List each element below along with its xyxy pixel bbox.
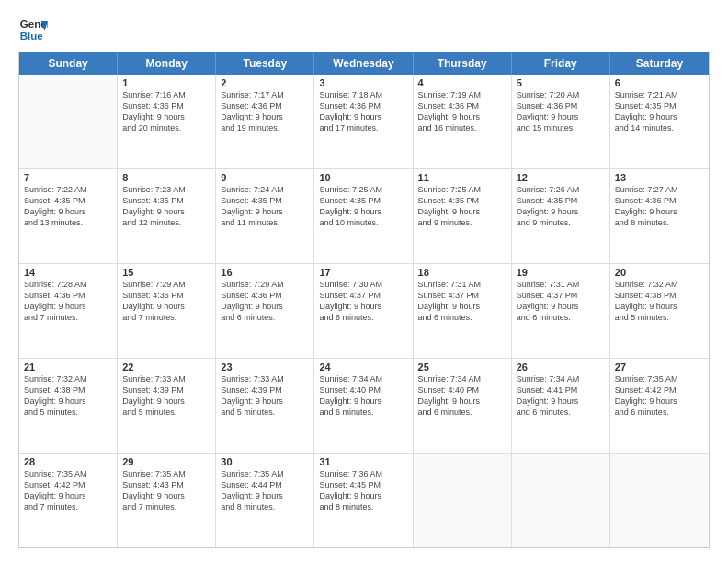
day-number: 20	[615, 267, 704, 278]
calendar-row: 7Sunrise: 7:22 AM Sunset: 4:35 PM Daylig…	[19, 169, 709, 264]
calendar-cell: 10Sunrise: 7:25 AM Sunset: 4:35 PM Dayli…	[314, 169, 413, 263]
day-number: 21	[24, 362, 112, 373]
calendar-cell: 13Sunrise: 7:27 AM Sunset: 4:36 PM Dayli…	[610, 169, 709, 263]
day-number: 22	[122, 362, 210, 373]
calendar: SundayMondayTuesdayWednesdayThursdayFrid…	[18, 52, 710, 548]
day-number: 27	[615, 362, 704, 373]
calendar-cell: 21Sunrise: 7:32 AM Sunset: 4:38 PM Dayli…	[19, 359, 118, 453]
day-number: 1	[122, 77, 210, 88]
day-info: Sunrise: 7:27 AM Sunset: 4:36 PM Dayligh…	[615, 184, 704, 229]
day-info: Sunrise: 7:34 AM Sunset: 4:40 PM Dayligh…	[418, 373, 506, 419]
calendar-cell: 1Sunrise: 7:16 AM Sunset: 4:36 PM Daylig…	[118, 75, 216, 168]
calendar-cell: 12Sunrise: 7:26 AM Sunset: 4:35 PM Dayli…	[512, 169, 610, 263]
day-info: Sunrise: 7:30 AM Sunset: 4:37 PM Dayligh…	[319, 279, 407, 324]
weekday-header: Monday	[118, 52, 216, 75]
day-info: Sunrise: 7:16 AM Sunset: 4:36 PM Dayligh…	[122, 89, 210, 134]
day-info: Sunrise: 7:25 AM Sunset: 4:35 PM Dayligh…	[418, 184, 506, 229]
calendar-cell: 15Sunrise: 7:29 AM Sunset: 4:36 PM Dayli…	[118, 264, 216, 358]
day-number: 16	[221, 267, 309, 278]
day-number: 19	[517, 267, 605, 278]
calendar-cell: 17Sunrise: 7:30 AM Sunset: 4:37 PM Dayli…	[314, 264, 413, 358]
day-info: Sunrise: 7:22 AM Sunset: 4:35 PM Dayligh…	[24, 184, 112, 229]
calendar-cell: 6Sunrise: 7:21 AM Sunset: 4:35 PM Daylig…	[610, 75, 709, 168]
day-info: Sunrise: 7:26 AM Sunset: 4:35 PM Dayligh…	[517, 184, 605, 229]
day-number: 31	[319, 456, 407, 467]
weekday-header: Friday	[512, 52, 610, 75]
weekday-header: Wednesday	[314, 52, 413, 75]
day-number: 5	[517, 77, 605, 88]
calendar-cell: 19Sunrise: 7:31 AM Sunset: 4:37 PM Dayli…	[512, 264, 610, 358]
weekday-header: Thursday	[414, 52, 512, 75]
calendar-cell	[19, 75, 118, 168]
calendar-row: 28Sunrise: 7:35 AM Sunset: 4:42 PM Dayli…	[19, 454, 709, 547]
calendar-cell	[414, 454, 512, 547]
weekday-header: Saturday	[610, 52, 709, 75]
day-info: Sunrise: 7:31 AM Sunset: 4:37 PM Dayligh…	[418, 279, 506, 324]
day-info: Sunrise: 7:32 AM Sunset: 4:38 PM Dayligh…	[615, 279, 704, 324]
calendar-header: SundayMondayTuesdayWednesdayThursdayFrid…	[19, 52, 709, 75]
day-info: Sunrise: 7:34 AM Sunset: 4:41 PM Dayligh…	[517, 373, 605, 419]
calendar-cell: 16Sunrise: 7:29 AM Sunset: 4:36 PM Dayli…	[216, 264, 314, 358]
calendar-body: 1Sunrise: 7:16 AM Sunset: 4:36 PM Daylig…	[19, 75, 709, 547]
day-number: 26	[517, 362, 605, 373]
day-number: 8	[122, 172, 210, 183]
day-info: Sunrise: 7:36 AM Sunset: 4:45 PM Dayligh…	[319, 468, 407, 513]
calendar-cell: 8Sunrise: 7:23 AM Sunset: 4:35 PM Daylig…	[118, 169, 216, 263]
day-info: Sunrise: 7:35 AM Sunset: 4:42 PM Dayligh…	[24, 468, 112, 513]
day-number: 10	[319, 172, 407, 183]
day-info: Sunrise: 7:17 AM Sunset: 4:36 PM Dayligh…	[221, 89, 309, 134]
day-info: Sunrise: 7:35 AM Sunset: 4:43 PM Dayligh…	[122, 468, 210, 513]
day-number: 15	[122, 267, 210, 278]
calendar-cell: 27Sunrise: 7:35 AM Sunset: 4:42 PM Dayli…	[610, 359, 709, 453]
day-number: 25	[418, 362, 506, 373]
day-number: 12	[517, 172, 605, 183]
day-number: 6	[615, 77, 704, 88]
day-info: Sunrise: 7:20 AM Sunset: 4:36 PM Dayligh…	[517, 89, 605, 134]
day-info: Sunrise: 7:25 AM Sunset: 4:35 PM Dayligh…	[319, 184, 407, 229]
day-info: Sunrise: 7:33 AM Sunset: 4:39 PM Dayligh…	[122, 373, 210, 419]
day-number: 14	[24, 267, 112, 278]
day-info: Sunrise: 7:21 AM Sunset: 4:35 PM Dayligh…	[615, 89, 704, 134]
day-number: 7	[24, 172, 112, 183]
day-number: 30	[221, 456, 309, 467]
day-info: Sunrise: 7:34 AM Sunset: 4:40 PM Dayligh…	[319, 373, 407, 419]
day-info: Sunrise: 7:33 AM Sunset: 4:39 PM Dayligh…	[221, 373, 309, 419]
calendar-cell: 11Sunrise: 7:25 AM Sunset: 4:35 PM Dayli…	[414, 169, 512, 263]
calendar-cell: 23Sunrise: 7:33 AM Sunset: 4:39 PM Dayli…	[216, 359, 314, 453]
day-info: Sunrise: 7:35 AM Sunset: 4:44 PM Dayligh…	[221, 468, 309, 513]
day-info: Sunrise: 7:18 AM Sunset: 4:36 PM Dayligh…	[319, 89, 407, 134]
day-number: 17	[319, 267, 407, 278]
day-info: Sunrise: 7:32 AM Sunset: 4:38 PM Dayligh…	[24, 373, 112, 419]
calendar-cell: 28Sunrise: 7:35 AM Sunset: 4:42 PM Dayli…	[19, 454, 118, 547]
day-info: Sunrise: 7:28 AM Sunset: 4:36 PM Dayligh…	[24, 279, 112, 324]
calendar-cell: 2Sunrise: 7:17 AM Sunset: 4:36 PM Daylig…	[216, 75, 314, 168]
calendar-row: 21Sunrise: 7:32 AM Sunset: 4:38 PM Dayli…	[19, 359, 709, 454]
day-number: 3	[319, 77, 407, 88]
day-info: Sunrise: 7:24 AM Sunset: 4:35 PM Dayligh…	[221, 184, 309, 229]
day-info: Sunrise: 7:31 AM Sunset: 4:37 PM Dayligh…	[517, 279, 605, 324]
calendar-cell: 4Sunrise: 7:19 AM Sunset: 4:36 PM Daylig…	[414, 75, 512, 168]
page: General Blue SundayMondayTuesdayWednesda…	[0, 0, 728, 563]
day-number: 2	[221, 77, 309, 88]
day-number: 13	[615, 172, 704, 183]
calendar-cell: 20Sunrise: 7:32 AM Sunset: 4:38 PM Dayli…	[610, 264, 709, 358]
day-number: 23	[221, 362, 309, 373]
day-info: Sunrise: 7:35 AM Sunset: 4:42 PM Dayligh…	[615, 373, 704, 419]
calendar-cell: 14Sunrise: 7:28 AM Sunset: 4:36 PM Dayli…	[19, 264, 118, 358]
day-info: Sunrise: 7:23 AM Sunset: 4:35 PM Dayligh…	[122, 184, 210, 229]
calendar-cell: 5Sunrise: 7:20 AM Sunset: 4:36 PM Daylig…	[512, 75, 610, 168]
weekday-header: Tuesday	[216, 52, 314, 75]
calendar-cell: 24Sunrise: 7:34 AM Sunset: 4:40 PM Dayli…	[314, 359, 413, 453]
calendar-cell	[610, 454, 709, 547]
weekday-header: Sunday	[19, 52, 118, 75]
calendar-cell: 18Sunrise: 7:31 AM Sunset: 4:37 PM Dayli…	[414, 264, 512, 358]
day-number: 28	[24, 456, 112, 467]
header: General Blue	[18, 15, 710, 44]
calendar-cell: 3Sunrise: 7:18 AM Sunset: 4:36 PM Daylig…	[314, 75, 413, 168]
calendar-cell	[512, 454, 610, 547]
day-number: 4	[418, 77, 506, 88]
calendar-cell: 22Sunrise: 7:33 AM Sunset: 4:39 PM Dayli…	[118, 359, 216, 453]
day-number: 11	[418, 172, 506, 183]
day-number: 9	[221, 172, 309, 183]
calendar-cell: 9Sunrise: 7:24 AM Sunset: 4:35 PM Daylig…	[216, 169, 314, 263]
